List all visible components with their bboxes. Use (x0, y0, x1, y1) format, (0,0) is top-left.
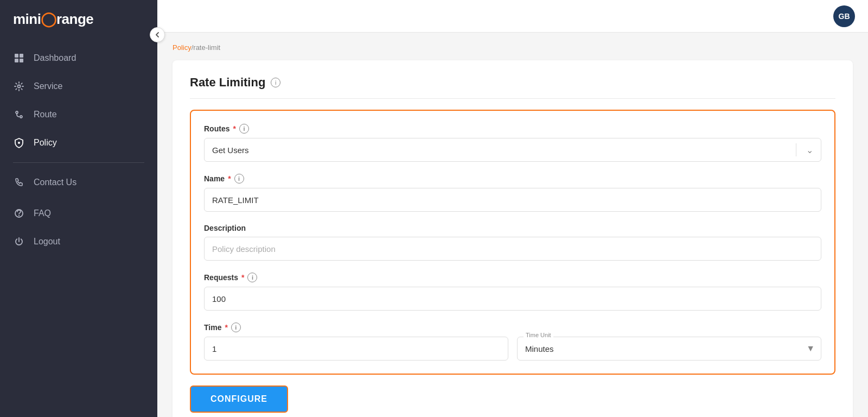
avatar[interactable]: GB (833, 5, 855, 27)
phone-icon (13, 176, 25, 188)
breadcrumb-parent[interactable]: Policy (173, 43, 192, 52)
requests-form-group: Requests* i (204, 273, 821, 311)
routes-selected-value: Get Users (212, 146, 249, 155)
chevron-down-icon: ⌄ (806, 145, 813, 155)
form-card: Rate Limiting i Routes* i Get Users ⌄ (173, 60, 853, 417)
svg-rect-1 (20, 54, 23, 58)
sidebar-item-logout[interactable]: Logout (0, 228, 157, 256)
sidebar-item-policy-label: Policy (34, 138, 57, 148)
nav-divider (13, 162, 144, 163)
routes-form-group: Routes* i Get Users ⌄ (204, 124, 821, 162)
page-title-row: Rate Limiting i (190, 75, 835, 99)
sidebar-item-faq[interactable]: FAQ (0, 199, 157, 228)
sidebar-item-route[interactable]: Route (0, 100, 157, 129)
time-info-icon[interactable]: i (231, 323, 241, 332)
requests-info-icon[interactable]: i (247, 273, 257, 282)
sidebar-collapse-button[interactable] (150, 27, 165, 42)
svg-point-6 (20, 116, 22, 118)
sidebar-item-route-label: Route (34, 110, 57, 119)
time-unit-wrap: Time Unit Minutes Seconds Hours Days ▼ (517, 337, 821, 361)
routes-dropdown-divider (796, 143, 796, 156)
sidebar-item-dashboard[interactable]: Dashboard (0, 44, 157, 72)
main-content: GB Policy/rate-limit Rate Limiting i Rou… (157, 0, 868, 417)
form-section: Routes* i Get Users ⌄ Name* (190, 110, 835, 375)
breadcrumb-current: rate-limit (193, 43, 220, 52)
svg-point-4 (18, 85, 21, 88)
sidebar-item-logout-label: Logout (34, 237, 60, 247)
question-icon (13, 207, 25, 219)
routes-info-icon[interactable]: i (239, 124, 249, 134)
route-icon (13, 109, 25, 121)
page-content: Policy/rate-limit Rate Limiting i Routes… (157, 33, 868, 417)
sidebar-item-contact[interactable]: Contact Us (0, 168, 157, 199)
name-input[interactable] (204, 188, 821, 212)
grid-icon (13, 52, 25, 64)
sidebar-item-dashboard-label: Dashboard (34, 53, 76, 63)
time-input[interactable] (204, 337, 508, 361)
time-unit-select[interactable]: Minutes Seconds Hours Days (517, 337, 821, 361)
svg-rect-3 (20, 59, 23, 62)
sidebar-item-policy[interactable]: Policy (0, 129, 157, 157)
gear-icon (13, 80, 25, 92)
sidebar-item-contact-label: Contact Us (34, 178, 76, 187)
name-info-icon[interactable]: i (234, 174, 244, 184)
time-row: Time Unit Minutes Seconds Hours Days ▼ (204, 337, 821, 361)
logo-area: mini◯range (0, 0, 157, 39)
configure-button[interactable]: CONFIGURE (190, 386, 288, 413)
topbar: GB (157, 0, 868, 33)
sidebar-nav: Dashboard Service Route (0, 39, 157, 417)
svg-rect-0 (15, 54, 18, 58)
time-label: Time* i (204, 323, 821, 332)
description-input[interactable] (204, 237, 821, 261)
name-form-group: Name* i (204, 174, 821, 212)
svg-rect-2 (15, 59, 18, 62)
description-label: Description (204, 224, 821, 232)
rate-limiting-info-icon[interactable]: i (271, 78, 280, 87)
page-title: Rate Limiting (190, 75, 265, 90)
routes-label: Routes* i (204, 124, 821, 134)
breadcrumb: Policy/rate-limit (173, 43, 853, 52)
shield-icon (13, 137, 25, 149)
sidebar-item-service-label: Service (34, 81, 62, 91)
svg-point-7 (18, 142, 20, 144)
time-unit-label: Time Unit (524, 332, 553, 338)
name-label: Name* i (204, 174, 821, 184)
logo-text: mini◯range (13, 11, 93, 28)
time-form-group: Time* i Time Unit Minutes Seconds H (204, 323, 821, 361)
description-form-group: Description (204, 224, 821, 261)
sidebar: mini◯range Dashboard (0, 0, 157, 417)
sidebar-item-service[interactable]: Service (0, 72, 157, 100)
requests-input[interactable] (204, 287, 821, 311)
time-input-wrap (204, 337, 508, 361)
sidebar-item-faq-label: FAQ (34, 208, 51, 218)
routes-dropdown[interactable]: Get Users ⌄ (204, 138, 821, 162)
requests-label: Requests* i (204, 273, 821, 282)
power-icon (13, 236, 25, 248)
